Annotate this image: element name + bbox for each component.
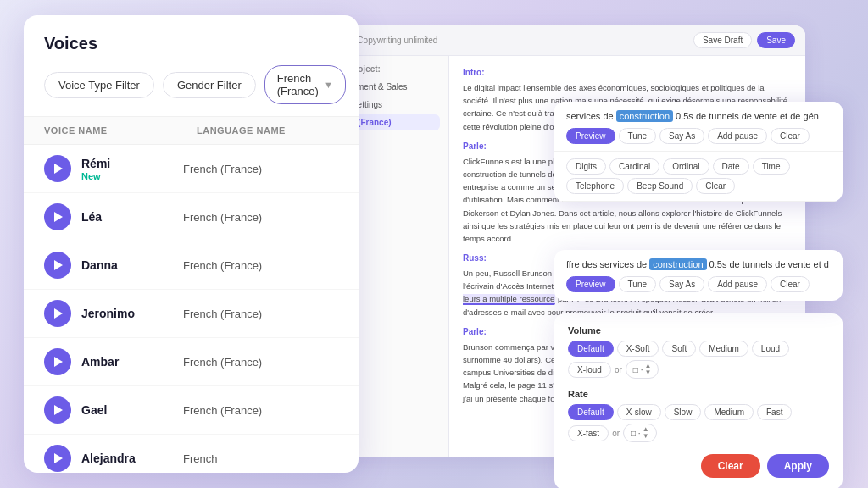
add-pause-button-2[interactable]: Add pause: [708, 276, 767, 292]
controls-header-1: services de construction 0.5s de tunnels…: [554, 102, 843, 152]
preview-button-2[interactable]: Preview: [566, 276, 615, 292]
voice-info-danna: Danna: [81, 258, 183, 272]
time-chip[interactable]: Time: [753, 158, 790, 175]
rate-custom-input[interactable]: □ · ▲ ▼: [623, 424, 657, 442]
ordinal-chip[interactable]: Ordinal: [663, 158, 709, 175]
volume-section: Volume Default X-Soft Soft Medium Loud X…: [568, 325, 829, 379]
play-icon: [54, 308, 63, 319]
save-button[interactable]: Save: [757, 32, 795, 48]
play-icon: [54, 453, 63, 463]
action-row: Clear Apply: [568, 454, 829, 478]
list-item[interactable]: Alejandra French: [24, 435, 359, 473]
rate-xfast-chip[interactable]: X-fast: [568, 425, 609, 441]
play-button-danna[interactable]: [44, 252, 71, 279]
voice-info-lea: Léa: [81, 210, 183, 224]
add-pause-button-1[interactable]: Add pause: [708, 128, 767, 144]
volume-custom-value: □ ·: [633, 365, 643, 374]
list-item[interactable]: Ambar French (France): [24, 338, 359, 386]
voice-name-gael: Gael: [81, 403, 183, 417]
rate-down-arrow[interactable]: ▼: [643, 433, 649, 440]
controls-panel-2: ffre des services de construction 0.5s d…: [554, 250, 843, 301]
voice-lang-alejandra: French: [183, 452, 338, 465]
list-item[interactable]: Rémi New French (France): [24, 145, 359, 193]
rate-xslow-chip[interactable]: X-slow: [617, 404, 661, 420]
volume-xsoft-chip[interactable]: X-Soft: [617, 341, 659, 357]
rate-options: Default X-slow Slow Medium Fast X-fast o…: [568, 404, 829, 442]
list-item[interactable]: Gael French (France): [24, 386, 359, 435]
language-filter-select[interactable]: French (France) ▼: [264, 65, 346, 104]
say-as-button-1[interactable]: Say As: [659, 128, 704, 144]
apply-action-button[interactable]: Apply: [767, 454, 829, 478]
voice-name-remi: Rémi: [81, 157, 183, 170]
tone-chips: Digits Cardinal Ordinal Date Time Teleph…: [566, 158, 831, 194]
chevron-down-icon: ▼: [324, 80, 333, 90]
rate-arrows: ▲ ▼: [643, 426, 649, 440]
tone-row: Digits Cardinal Ordinal Date Time Teleph…: [554, 152, 843, 202]
beep-sound-chip[interactable]: Beep Sound: [627, 178, 693, 194]
clear-button-2[interactable]: Clear: [771, 276, 810, 292]
tune-button-1[interactable]: Tune: [619, 128, 656, 144]
clear-button-1[interactable]: Clear: [771, 128, 810, 144]
play-button-jeronimo[interactable]: [44, 300, 71, 327]
play-icon: [54, 405, 63, 415]
volume-custom-input[interactable]: □ · ▲ ▼: [626, 360, 659, 379]
highlight-construction-2: construction: [649, 258, 706, 270]
filter-row: Voice Type Filter Gender Filter French (…: [44, 65, 338, 104]
rate-slow-chip[interactable]: Slow: [665, 404, 702, 420]
play-button-lea[interactable]: [44, 203, 71, 230]
voice-lang-remi: French (France): [183, 163, 338, 175]
column-headers: VOICE NAME LANGUAGE NAME: [24, 117, 359, 145]
volume-soft-chip[interactable]: Soft: [662, 341, 696, 357]
volume-default-chip[interactable]: Default: [568, 341, 614, 357]
telephone-chip[interactable]: Telephone: [566, 178, 624, 194]
date-chip[interactable]: Date: [713, 158, 749, 175]
volume-rate-panel: Volume Default X-Soft Soft Medium Loud X…: [554, 313, 843, 488]
voice-name-alejandra: Alejandra: [81, 452, 183, 465]
editor-topbar: Blaze Copywriting unlimited Save Draft S…: [314, 25, 805, 56]
voice-info-ambar: Ambar: [81, 355, 183, 369]
list-item[interactable]: Danna French (France): [24, 241, 359, 290]
save-draft-button[interactable]: Save Draft: [693, 32, 752, 48]
voice-lang-lea: French (France): [183, 211, 338, 224]
volume-loud-chip[interactable]: Loud: [752, 341, 789, 357]
voice-info-jeronimo: Jeronimo: [81, 307, 183, 320]
list-item[interactable]: Jeronimo French (France): [24, 290, 359, 338]
volume-down-arrow[interactable]: ▼: [644, 369, 651, 376]
volume-medium-chip[interactable]: Medium: [699, 341, 748, 357]
play-icon: [54, 260, 63, 270]
volume-xloud-chip[interactable]: X-loud: [568, 362, 611, 378]
controls-text-2: ffre des services de construction 0.5s d…: [566, 258, 831, 271]
play-button-ambar[interactable]: [44, 348, 71, 375]
play-button-remi[interactable]: [44, 155, 71, 182]
highlight-construction: construction: [616, 110, 673, 122]
rate-fast-chip[interactable]: Fast: [757, 404, 792, 420]
tune-button-2[interactable]: Tune: [619, 276, 656, 292]
preview-button-1[interactable]: Preview: [566, 128, 615, 144]
voice-name-column-header: VOICE NAME: [44, 125, 197, 136]
card-header: Voices Voice Type Filter Gender Filter F…: [24, 15, 359, 117]
controls-toolbar-1: Preview Tune Say As Add pause Clear: [566, 128, 831, 144]
list-item[interactable]: Léa French (France): [24, 193, 359, 241]
rate-medium-chip[interactable]: Medium: [704, 404, 754, 420]
play-button-alejandra[interactable]: [44, 445, 71, 472]
voice-info-alejandra: Alejandra: [81, 452, 183, 465]
clear-action-button[interactable]: Clear: [701, 454, 760, 478]
voice-info-remi: Rémi New: [81, 157, 183, 181]
rate-default-chip[interactable]: Default: [568, 404, 614, 420]
play-button-gael[interactable]: [44, 396, 71, 424]
editor-speaker: Intro:: [463, 66, 792, 80]
voice-badge-remi: New: [81, 171, 183, 181]
voice-type-filter-button[interactable]: Voice Type Filter: [44, 72, 154, 98]
voice-lang-danna: French (France): [183, 259, 338, 272]
say-as-button-2[interactable]: Say As: [659, 276, 704, 292]
controls-panel-1: services de construction 0.5s de tunnels…: [554, 102, 843, 202]
gender-filter-button[interactable]: Gender Filter: [163, 72, 256, 98]
voice-lang-ambar: French (France): [183, 356, 338, 369]
editor-actions: Save Draft Save: [693, 32, 795, 48]
voice-name-lea: Léa: [81, 210, 183, 224]
clear-chip[interactable]: Clear: [696, 178, 735, 194]
voice-lang-jeronimo: French (France): [183, 308, 338, 320]
digits-chip[interactable]: Digits: [566, 158, 606, 175]
cardinal-chip[interactable]: Cardinal: [609, 158, 659, 175]
play-icon: [54, 164, 63, 174]
